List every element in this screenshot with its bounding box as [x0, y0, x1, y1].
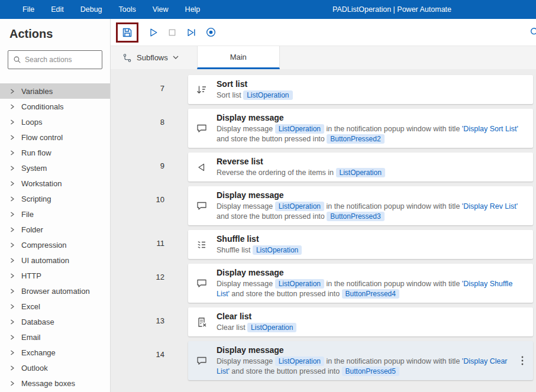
actions-search-box[interactable] [8, 50, 102, 69]
action-card-display-message-10[interactable]: Display messageDisplay message ListOpera… [188, 186, 533, 225]
category-label: HTTP [21, 271, 41, 280]
variable-pill[interactable]: ListOperation [247, 323, 296, 332]
category-label: Browser automation [21, 287, 90, 296]
sidebar-item-http[interactable]: HTTP [0, 268, 110, 283]
variable-pill[interactable]: ListOperation [275, 202, 324, 211]
sidebar-item-message-boxes[interactable]: Message boxes [0, 375, 110, 391]
action-card-reverse-list-9[interactable]: Reverse listReverse the ordering of the … [188, 153, 533, 182]
sidebar-item-variables[interactable]: Variables [0, 83, 110, 99]
action-title: Display message [217, 190, 526, 200]
run-next-action-button[interactable] [186, 27, 196, 38]
workflow-row: 10Display messageDisplay message ListOpe… [111, 186, 536, 225]
record-button[interactable] [205, 27, 217, 38]
action-card-display-message-12[interactable]: Display messageDisplay message ListOpera… [188, 264, 533, 303]
chevron-right-icon [10, 196, 15, 202]
shuffle-list-icon [195, 239, 208, 251]
menu-edit[interactable]: Edit [43, 0, 72, 19]
chevron-right-icon [10, 119, 15, 125]
sidebar-item-workstation[interactable]: Workstation [0, 176, 110, 191]
variable-pill[interactable]: ListOperation [253, 245, 302, 255]
row-number: 10 [111, 186, 188, 225]
toolbar [111, 19, 536, 46]
workflow-row: 13Clear listClear list ListOperation [111, 307, 536, 336]
sidebar-item-outlook[interactable]: Outlook [0, 360, 110, 375]
save-button[interactable] [121, 27, 133, 38]
workflow-canvas: 7Sort listSort list ListOperation8Displa… [111, 69, 536, 392]
menu-tools[interactable]: Tools [111, 0, 144, 19]
stop-icon [167, 28, 177, 37]
action-card-sort-list-7[interactable]: Sort listSort list ListOperation [188, 75, 533, 104]
sidebar-item-ui-automation[interactable]: UI automation [0, 252, 110, 268]
sidebar-item-excel[interactable]: Excel [0, 299, 110, 314]
toolbar-search-button[interactable] [529, 27, 536, 37]
sidebar-item-loops[interactable]: Loops [0, 114, 110, 129]
kebab-menu-button[interactable] [519, 356, 526, 365]
variable-pill[interactable]: ListOperation [275, 357, 324, 366]
action-card-shuffle-list-11[interactable]: Shuffle listShuffle list ListOperation [188, 230, 533, 259]
tab-main[interactable]: Main [197, 46, 280, 69]
category-label: Loops [21, 118, 42, 127]
action-title: Display message [217, 112, 526, 123]
category-label: Scripting [21, 195, 51, 203]
menu-file[interactable]: File [14, 0, 43, 19]
chevron-right-icon [10, 227, 15, 232]
save-icon [121, 27, 133, 38]
desc-text: and store the button pressed into [230, 290, 342, 298]
variable-pill[interactable]: ButtonPressed3 [327, 212, 384, 221]
subflows-button[interactable]: Subflows [122, 46, 179, 69]
action-description: Display message ListOperation in the not… [217, 357, 511, 377]
card-text: Reverse listReverse the ordering of the … [217, 156, 526, 178]
desc-text: in the notification popup window with ti… [324, 280, 462, 288]
action-title: Shuffle list [217, 234, 526, 244]
sidebar-item-database[interactable]: Database [0, 314, 110, 329]
chevron-right-icon [10, 135, 15, 140]
chevron-right-icon [10, 381, 15, 386]
chevron-right-icon [10, 335, 15, 340]
chevron-right-icon [10, 289, 15, 294]
variable-pill[interactable]: ListOperation [275, 124, 324, 134]
sidebar-item-browser-automation[interactable]: Browser automation [0, 283, 110, 299]
menu-view[interactable]: View [144, 0, 177, 19]
variable-pill[interactable]: ListOperation [336, 168, 385, 177]
workflow-rows: 7Sort listSort list ListOperation8Displa… [111, 75, 536, 380]
menu-help[interactable]: Help [177, 0, 209, 19]
display-message-icon [195, 122, 208, 134]
sidebar-item-run-flow[interactable]: Run flow [0, 145, 110, 160]
search-actions-input[interactable] [25, 56, 97, 64]
variable-pill[interactable]: ButtonPressed4 [342, 289, 399, 299]
desc-text: Shuffle list [217, 246, 253, 254]
sidebar-item-folder[interactable]: Folder [0, 222, 110, 237]
variable-pill[interactable]: ButtonPressed5 [342, 367, 399, 376]
row-number: 14 [111, 341, 188, 380]
category-label: Flow control [21, 133, 63, 142]
row-number: 13 [111, 307, 188, 336]
variable-pill[interactable]: ButtonPressed2 [327, 134, 384, 144]
action-description: Shuffle list ListOperation [217, 245, 526, 255]
display-message-icon [195, 277, 208, 289]
sidebar-item-system[interactable]: System [0, 160, 110, 176]
action-card-clear-list-13[interactable]: Clear listClear list ListOperation [188, 307, 533, 336]
chevron-right-icon [10, 365, 15, 371]
variable-pill[interactable]: ListOperation [275, 279, 324, 289]
run-button[interactable] [148, 27, 159, 38]
sidebar-item-scripting[interactable]: Scripting [0, 191, 110, 206]
workflow-row: 7Sort listSort list ListOperation [111, 75, 536, 104]
stop-button[interactable] [167, 28, 177, 37]
sidebar-item-flow-control[interactable]: Flow control [0, 129, 110, 145]
highlighted-value: 'Display Rev List' [462, 202, 518, 210]
actions-panel-title: Actions [0, 19, 110, 48]
variable-pill[interactable]: ListOperation [243, 90, 292, 100]
sidebar-item-exchange[interactable]: Exchange [0, 345, 110, 360]
menu-debug[interactable]: Debug [72, 0, 111, 19]
chevron-right-icon [10, 181, 15, 186]
action-card-display-message-8[interactable]: Display messageDisplay message ListOpera… [188, 109, 533, 148]
sidebar-item-file[interactable]: File [0, 206, 110, 222]
sidebar-item-conditionals[interactable]: Conditionals [0, 99, 110, 114]
action-card-display-message-14[interactable]: Display messageDisplay message ListOpera… [188, 341, 533, 380]
sidebar-item-email[interactable]: Email [0, 329, 110, 345]
sidebar-item-compression[interactable]: Compression [0, 237, 110, 252]
record-icon [205, 27, 217, 38]
action-title: Clear list [217, 311, 526, 322]
highlighted-value: 'Display Sort List' [462, 125, 518, 133]
action-description: Sort list ListOperation [217, 90, 526, 101]
